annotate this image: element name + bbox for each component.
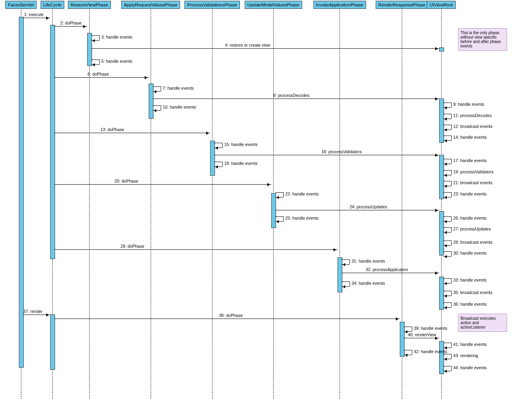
lifeline-6 (340, 8, 340, 399)
message-label-12: 13: doPhase (100, 127, 124, 132)
message-1 (54, 26, 87, 27)
activation-12 (50, 315, 55, 370)
activation-5 (439, 99, 444, 143)
lifeline-3 (151, 8, 151, 399)
message-31 (342, 273, 439, 273)
message-label-15: 16: processValidators (321, 149, 362, 154)
activation-4 (439, 47, 444, 51)
activation-1 (50, 25, 55, 259)
lifeline-4 (212, 8, 213, 399)
message-3 (91, 48, 439, 49)
message-label-36: 37: render (23, 309, 43, 314)
participant-4: ProcessValidationsPhase (184, 1, 240, 9)
message-label-5: 6: doPhase (88, 72, 109, 76)
message-36 (23, 315, 50, 315)
message-label-1: 2: doPhase (60, 21, 82, 25)
message-39 (404, 338, 439, 338)
message-23 (275, 210, 439, 210)
message-7 (153, 99, 439, 99)
message-label-28: 29: doPhase (121, 244, 144, 249)
message-12 (54, 133, 210, 133)
message-label-31: 32: processApplication (366, 267, 408, 272)
message-15 (214, 155, 439, 155)
participant-7: RenderResponsePhase (376, 1, 428, 9)
message-5 (54, 77, 149, 78)
participant-6: InvokeApplicationPhase (313, 1, 366, 9)
message-label-20: 20: doPhase (115, 179, 138, 183)
message-28 (54, 249, 338, 250)
message-label-23: 24: processUpdates (350, 204, 387, 209)
participant-2: RestoreViewPhase (68, 1, 111, 9)
lifeline-8 (441, 8, 442, 399)
message-0 (23, 18, 50, 18)
message-label-3: 4: restore or create view (225, 43, 270, 47)
participant-0: FacesServlet (5, 1, 37, 9)
message-37 (54, 319, 400, 319)
participant-8: UIViewRoot (427, 1, 456, 9)
participant-5: UpdateModelValuesPhase (245, 1, 302, 9)
note-1: Broadcast executes action and actionList… (458, 314, 507, 332)
lifeline-2 (89, 8, 90, 399)
activation-2 (87, 33, 92, 66)
note-0: This is the only phase without view spec… (458, 28, 507, 51)
participant-1: LifeCycle (41, 1, 64, 9)
message-label-0: 1: execute (24, 12, 43, 17)
message-label-39: 40: renderView (408, 332, 436, 337)
message-20 (54, 184, 271, 185)
activation-0 (19, 17, 24, 368)
activation-13 (400, 322, 405, 357)
activation-3 (149, 84, 153, 119)
participant-3: ApplyRequestValuesPhase (121, 1, 180, 9)
message-label-7: 8: processDecodes (273, 93, 309, 98)
message-label-37: 38: doPhase (219, 313, 243, 318)
